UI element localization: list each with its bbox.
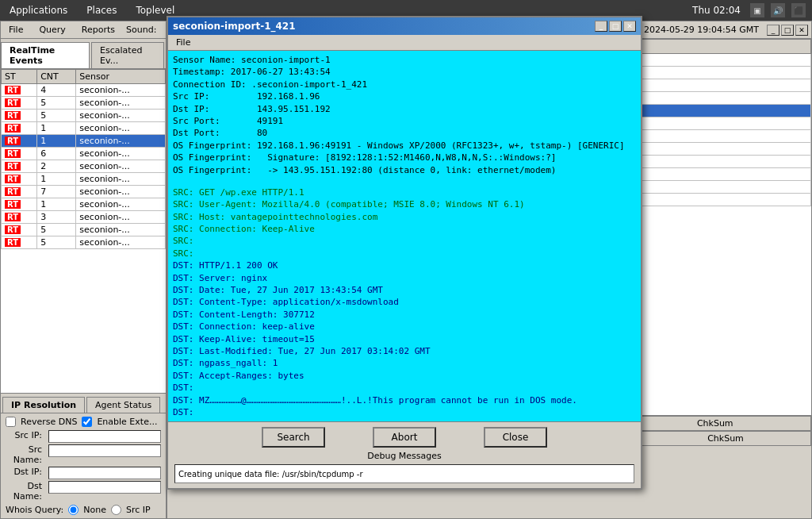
sensor-cell: seconion-... <box>76 211 166 224</box>
tab-agent-status[interactable]: Agent Status <box>86 397 160 413</box>
table-row[interactable]: RT 1 seconion-... <box>2 122 166 135</box>
src-line: SRC: Host: vantagepointtechnologies.com <box>173 211 636 223</box>
table-row[interactable]: RT 1 seconion-... <box>2 198 166 211</box>
whois-none-radio[interactable] <box>68 505 79 515</box>
close-btn[interactable]: ✕ <box>795 25 808 36</box>
st-badge: RT <box>5 225 21 234</box>
tray-icon-1[interactable]: ▣ <box>750 3 764 17</box>
modal-maximize[interactable]: □ <box>609 21 622 32</box>
dst-line: DST: MZ………………@………………………………………………!..L.!Th… <box>173 394 636 406</box>
menu-query[interactable]: Query <box>34 23 70 37</box>
content-line: Connection ID: .seconion-import-1_421 <box>173 79 636 90</box>
maximize-btn[interactable]: □ <box>781 25 794 36</box>
table-row[interactable]: RT 2 seconion-... <box>2 160 166 173</box>
content-line: Src Port: 49191 <box>173 115 636 127</box>
menu-reports[interactable]: Reports <box>77 23 120 37</box>
tab-ip-resolution[interactable]: IP Resolution <box>2 397 85 413</box>
table-row[interactable]: RT 1 seconion-... <box>2 173 166 186</box>
cnt-cell: 5 <box>37 110 76 122</box>
dst-line: DST: Content-Length: 307712 <box>173 309 636 321</box>
table-row[interactable]: RT 5 seconion-... <box>2 110 166 122</box>
table-row[interactable]: RT 6 seconion-... <box>2 148 166 160</box>
whois-label: Whois Query: <box>6 505 63 515</box>
tab-escalated[interactable]: Escalated Ev... <box>91 42 164 68</box>
whois-none-label: None <box>83 505 106 515</box>
content-line: Sensor Name: seconion-import-1 <box>173 54 636 66</box>
dst-name-input[interactable] <box>48 481 161 494</box>
src-line: SRC: GET /wp.exe HTTP/1.1 <box>173 186 636 198</box>
events-table[interactable]: ST CNT Sensor RT 4 seconion-... RT 5 sec… <box>1 69 166 393</box>
cnt-cell: 7 <box>37 186 76 198</box>
modal-dialog: seconion-import-1_421 _ □ ✕ File Sensor … <box>167 16 642 490</box>
left-panel: File Query Reports Sound: Off RealTime E… <box>0 21 167 519</box>
content-line: Src IP: 192.168.1.96 <box>173 90 636 102</box>
dst-line: DST: <box>173 382 636 394</box>
src-line: SRC: <box>173 248 636 260</box>
table-row[interactable]: RT 5 seconion-... <box>2 224 166 236</box>
st-badge: RT <box>5 175 21 183</box>
st-badge: RT <box>5 187 21 196</box>
table-row[interactable]: RT 5 seconion-... <box>2 236 166 249</box>
modal-menu-file[interactable]: File <box>171 36 195 49</box>
search-button[interactable]: Search <box>262 427 325 448</box>
cnt-cell: 5 <box>37 224 76 236</box>
debug-log: Creating unique data file: /usr/sbin/tcp… <box>174 464 634 483</box>
modal-title: seconion-import-1_421 <box>173 21 296 32</box>
col-sensor: Sensor <box>76 70 166 84</box>
modal-close[interactable]: ✕ <box>623 21 636 32</box>
menu-applications[interactable]: Applications <box>6 3 71 17</box>
modal-content-area: Sensor Name: seconion-import-1Timestamp:… <box>168 51 641 421</box>
tab-realtime[interactable]: RealTime Events <box>1 42 90 68</box>
modal-minimize[interactable]: _ <box>595 21 607 32</box>
minimize-btn[interactable]: _ <box>767 25 779 36</box>
sound-label: Sound: <box>126 25 156 35</box>
menu-file[interactable]: File <box>4 23 28 37</box>
cnt-cell: 5 <box>37 97 76 110</box>
table-row[interactable]: RT 4 seconion-... <box>2 84 166 97</box>
app-menu-bar: File Query Reports Sound: Off <box>1 21 166 39</box>
ip-fields: Src IP: Src Name: Dst IP: Dst Name: <box>6 430 161 502</box>
modal-bottom: Search Abort Close Debug Messages Creati… <box>168 421 641 488</box>
dst-ip-label: Dst IP: <box>6 467 45 479</box>
dst-ip-input[interactable] <box>48 467 161 479</box>
src-line: SRC: User-Agent: Mozilla/4.0 (compatible… <box>173 198 636 210</box>
close-button[interactable]: Close <box>484 427 547 448</box>
sensor-cell: seconion-... <box>76 122 166 135</box>
st-badge: RT <box>5 86 21 94</box>
src-ip-label: Src IP: <box>6 430 45 443</box>
dst-line: DST: Accept-Ranges: bytes <box>173 370 636 382</box>
enable-ext-checkbox[interactable] <box>82 417 92 427</box>
table-row[interactable]: RT 1 seconion-... <box>2 135 166 148</box>
ip-resolution-panel: IP Resolution Agent Status Reverse DNS E… <box>1 393 166 518</box>
sensor-cell: seconion-... <box>76 236 166 249</box>
debug-section: Debug Messages <box>174 451 634 461</box>
table-row[interactable]: RT 3 seconion-... <box>2 211 166 224</box>
menu-places[interactable]: Places <box>83 3 120 17</box>
tray-icon-2[interactable]: 🔊 <box>771 3 785 17</box>
table-row[interactable]: RT 7 seconion-... <box>2 186 166 198</box>
sensor-cell: seconion-... <box>76 186 166 198</box>
modal-menu-bar: File <box>168 35 641 51</box>
top-bar-right: Thu 02:04 ▣ 🔊 ⬛ <box>692 3 806 17</box>
st-badge: RT <box>5 98 21 107</box>
src-name-input[interactable] <box>48 444 161 457</box>
sensor-cell: seconion-... <box>76 224 166 236</box>
dst-name-label: Dst Name: <box>6 481 45 502</box>
src-ip-input[interactable] <box>48 430 161 443</box>
st-badge: RT <box>5 111 21 120</box>
ip-tabs: IP Resolution Agent Status <box>1 394 166 413</box>
abort-button[interactable]: Abort <box>373 427 436 448</box>
debug-log-text: Creating unique data file: /usr/sbin/tcp… <box>178 470 363 479</box>
whois-srcip-radio[interactable] <box>111 505 121 515</box>
tray-icon-3[interactable]: ⬛ <box>791 3 806 17</box>
dst-line: DST: Last-Modified: Tue, 27 Jun 2017 03:… <box>173 345 636 357</box>
col-header: ChkSum <box>640 432 810 446</box>
table-row[interactable]: RT 5 seconion-... <box>2 97 166 110</box>
cnt-cell: 3 <box>37 211 76 224</box>
cnt-cell: 1 <box>37 198 76 211</box>
sensor-cell: seconion-... <box>76 148 166 160</box>
ip-checkboxes: Reverse DNS Enable Exte... <box>6 417 161 427</box>
reverse-dns-checkbox[interactable] <box>6 417 16 427</box>
cnt-cell: 5 <box>37 236 76 249</box>
dst-line: DST: ngpass_ngall: 1 <box>173 357 636 369</box>
